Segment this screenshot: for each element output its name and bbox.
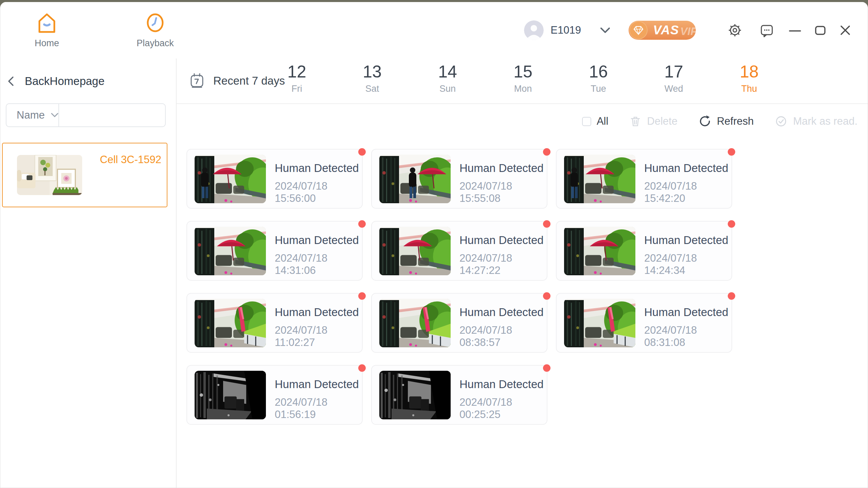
- refresh-label: Refresh: [717, 115, 754, 127]
- delete-button[interactable]: Delete: [629, 115, 677, 128]
- close-button[interactable]: [840, 23, 851, 37]
- event-title: Human Detected: [459, 378, 544, 391]
- refresh-icon: [699, 115, 711, 128]
- event-card[interactable]: Human Detected 2024/07/18 14:31:06: [186, 221, 363, 281]
- date-number: 12: [276, 62, 317, 82]
- unread-indicator-dot: [358, 148, 366, 156]
- event-card[interactable]: Human Detected 2024/07/18 01:56:19: [186, 365, 363, 425]
- mark-as-read-label: Mark as read.: [793, 115, 857, 127]
- date-tab[interactable]: 14 Sun: [427, 62, 468, 94]
- unread-indicator-dot: [358, 220, 366, 228]
- nav-label-playback: Playback: [137, 38, 174, 49]
- event-title: Human Detected: [275, 234, 359, 247]
- app-window: Home Playback E1019: [0, 2, 868, 488]
- unread-indicator-dot: [728, 148, 735, 156]
- event-title: Human Detected: [275, 306, 359, 319]
- feedback-message-icon[interactable]: [759, 22, 775, 38]
- vas-label: VAS: [653, 23, 679, 37]
- settings-gear-icon[interactable]: [727, 22, 743, 38]
- unread-indicator-dot: [543, 148, 550, 156]
- event-card[interactable]: Human Detected 2024/07/18 08:31:08: [556, 293, 732, 353]
- event-timestamp: 2024/07/18 14:27:22: [459, 252, 547, 277]
- events-main-panel: Recent 7 days 12 Fri 13 Sat 14 Sun 15 Mo…: [177, 58, 868, 488]
- event-thumbnail: [195, 227, 266, 275]
- nav-item-home[interactable]: Home: [25, 11, 69, 49]
- filter-field-dropdown[interactable]: Name: [6, 104, 59, 126]
- dropdown-chevron-icon: [51, 113, 58, 118]
- event-thumbnail: [564, 155, 635, 203]
- unread-indicator-dot: [543, 292, 550, 300]
- events-toolbar: All Delete Refresh Mark as read.: [582, 110, 857, 133]
- calendar-icon: [189, 72, 205, 89]
- event-thumbnail: [564, 299, 635, 347]
- date-number: 16: [578, 62, 619, 82]
- unread-indicator-dot: [358, 292, 366, 300]
- event-thumbnail: [379, 371, 451, 419]
- event-timestamp: 2024/07/18 08:38:57: [459, 324, 547, 349]
- date-tab[interactable]: 15 Mon: [503, 62, 543, 94]
- nav-item-playback[interactable]: Playback: [133, 11, 177, 49]
- event-card[interactable]: Human Detected 2024/07/18 15:55:08: [371, 149, 547, 209]
- select-all-checkbox[interactable]: [582, 117, 591, 126]
- event-card[interactable]: Human Detected 2024/07/18 08:38:57: [371, 293, 547, 353]
- date-tab[interactable]: 13 Sat: [352, 62, 393, 94]
- camera-list-item[interactable]: Cell 3C-1592: [2, 143, 167, 207]
- event-timestamp: 2024/07/18 08:31:08: [644, 324, 731, 349]
- date-number: 13: [352, 62, 393, 82]
- unread-indicator-dot: [358, 364, 366, 372]
- recent-7-days-button[interactable]: Recent 7 days: [189, 58, 285, 103]
- event-title: Human Detected: [459, 162, 544, 175]
- date-tab[interactable]: 18 Thu: [729, 62, 770, 94]
- event-title: Human Detected: [459, 234, 544, 247]
- event-card[interactable]: Human Detected 2024/07/18 11:02:27: [186, 293, 363, 353]
- delete-label: Delete: [647, 115, 677, 127]
- event-timestamp: 2024/07/18 15:42:20: [644, 180, 731, 205]
- event-title: Human Detected: [275, 378, 359, 391]
- event-timestamp: 2024/07/18 14:31:06: [275, 252, 362, 277]
- back-chevron-icon: [7, 76, 15, 86]
- date-weekday: Tue: [578, 84, 619, 94]
- event-timestamp: 2024/07/18 15:56:00: [275, 180, 362, 205]
- event-thumbnail: [195, 155, 266, 203]
- date-weekday: Wed: [653, 84, 694, 94]
- date-tab[interactable]: 17 Wed: [653, 62, 694, 94]
- event-thumbnail: [195, 299, 266, 347]
- minimize-button[interactable]: [789, 23, 801, 37]
- event-timestamp: 2024/07/18 11:02:27: [275, 324, 362, 349]
- date-number: 15: [503, 62, 543, 82]
- recent-7-days-label: Recent 7 days: [213, 74, 285, 87]
- event-card[interactable]: Human Detected 2024/07/18 15:42:20: [556, 149, 732, 209]
- account-chevron-down-icon[interactable]: [600, 27, 610, 33]
- content-area: BackHomepage Name: [0, 58, 868, 488]
- refresh-button[interactable]: Refresh: [699, 115, 754, 128]
- events-grid: Human Detected 2024/07/18 15:56:00 Human…: [186, 149, 732, 425]
- account-name[interactable]: E1019: [550, 24, 581, 36]
- event-timestamp: 2024/07/18 01:56:19: [275, 396, 362, 421]
- event-thumbnail: [564, 227, 635, 275]
- maximize-button[interactable]: [815, 23, 826, 37]
- date-tab[interactable]: 16 Tue: [578, 62, 619, 94]
- event-card[interactable]: Human Detected 2024/07/18 14:24:34: [556, 221, 732, 281]
- filter-field-label: Name: [17, 109, 45, 121]
- back-homepage-button[interactable]: BackHomepage: [7, 75, 105, 88]
- event-thumbnail: [195, 371, 266, 419]
- user-avatar[interactable]: [524, 20, 544, 40]
- event-card[interactable]: Human Detected 2024/07/18 14:27:22: [371, 221, 547, 281]
- event-timestamp: 2024/07/18 00:25:25: [459, 396, 547, 421]
- unread-indicator-dot: [543, 364, 550, 372]
- event-card[interactable]: Human Detected 2024/07/18 00:25:25: [371, 365, 547, 425]
- date-weekday: Sun: [427, 84, 468, 94]
- unread-indicator-dot: [728, 292, 735, 300]
- playback-icon: [145, 11, 166, 35]
- event-card[interactable]: Human Detected 2024/07/18 15:56:00: [186, 149, 363, 209]
- date-tab[interactable]: 12 Fri: [276, 62, 317, 94]
- event-thumbnail: [379, 299, 451, 347]
- event-title: Human Detected: [644, 162, 728, 175]
- mark-as-read-button[interactable]: Mark as read.: [775, 115, 857, 128]
- vas-vip-badge[interactable]: VAS VIP: [629, 21, 696, 40]
- date-number: 14: [427, 62, 468, 82]
- date-bar: Recent 7 days 12 Fri 13 Sat 14 Sun 15 Mo…: [177, 58, 868, 104]
- event-timestamp: 2024/07/18 14:24:34: [644, 252, 731, 277]
- back-homepage-label: BackHomepage: [25, 75, 105, 88]
- select-all-toggle[interactable]: All: [582, 115, 608, 127]
